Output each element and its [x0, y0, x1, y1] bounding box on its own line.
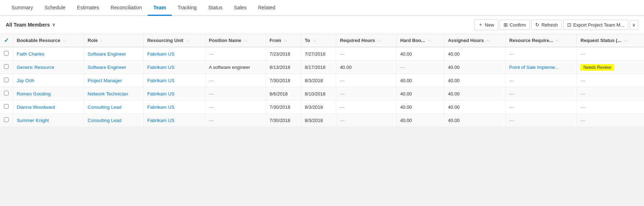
table-row: Romeo GoodingNetwork TechnicianFabrikam …	[0, 87, 644, 100]
row-resourcing-unit[interactable]: Fabrikam US	[143, 61, 205, 74]
tab-related[interactable]: Related	[252, 0, 281, 16]
row-role[interactable]: Network Technician	[84, 87, 144, 100]
row-request-status: ---	[577, 74, 644, 87]
col-from[interactable]: From ↑↓	[266, 34, 301, 47]
sort-icon-request-status: ↑↓	[624, 39, 627, 42]
row-resource-name[interactable]: Generic Resource	[13, 61, 84, 74]
row-to: 8/17/2018	[301, 61, 336, 74]
row-role[interactable]: Consulting Lead	[84, 114, 144, 127]
col-hard-boo[interactable]: Hard Boo... ↑↓	[397, 34, 444, 47]
export-icon: ⊡	[567, 22, 571, 28]
row-required-hours: ---	[336, 100, 397, 114]
tab-summary[interactable]: Summary	[6, 0, 39, 16]
row-role[interactable]: Software Engineer	[84, 47, 144, 61]
col-resource-require[interactable]: Resource Require... ↑↓	[505, 34, 577, 47]
row-resource-name[interactable]: Dianna Woodward	[13, 100, 84, 114]
row-required-hours: ---	[336, 114, 397, 127]
refresh-icon: ↻	[535, 22, 539, 28]
row-resource-require: ---	[505, 100, 577, 114]
row-hard-boo: 40.00	[397, 47, 444, 61]
tab-tracking[interactable]: Tracking	[172, 0, 202, 16]
tab-status[interactable]: Status	[203, 0, 228, 16]
row-resourcing-unit[interactable]: Fabrikam US	[143, 87, 205, 100]
row-to: 8/10/2018	[301, 87, 336, 100]
confirm-icon: ⊞	[504, 22, 508, 28]
row-role[interactable]: Project Manager	[84, 74, 144, 87]
sort-icon-bookable-resource: ↑↓	[63, 39, 66, 42]
col-request-status[interactable]: Request Status (... ↑↓	[577, 34, 644, 47]
row-required-hours: ---	[336, 87, 397, 100]
row-position-name: ---	[205, 47, 266, 61]
tab-estimates[interactable]: Estimates	[71, 0, 105, 16]
row-position-name: ---	[205, 100, 266, 114]
sort-icon-position-name: ↑↓	[244, 39, 247, 42]
confirm-button-label: Confirm	[510, 22, 526, 28]
col-resourcing-unit[interactable]: Resourcing Unit ↑↓	[143, 34, 205, 47]
row-hard-boo: 40.00	[397, 100, 444, 114]
row-checkbox[interactable]	[0, 114, 13, 127]
row-resource-name[interactable]: Romeo Gooding	[13, 87, 84, 100]
row-to: 8/3/2018	[301, 100, 336, 114]
sort-icon-hard-boo: ↑↓	[428, 39, 431, 42]
sort-icon-from: ↑↓	[284, 39, 287, 42]
filter-label[interactable]: All Team Members ∨	[6, 22, 55, 28]
col-to[interactable]: To ↑↓	[301, 34, 336, 47]
row-checkbox[interactable]	[0, 100, 13, 114]
row-position-name: A software engineer	[205, 61, 266, 74]
tab-sales[interactable]: Sales	[228, 0, 252, 16]
status-badge: Needs Review	[580, 64, 614, 71]
sort-icon-to: ↑↓	[313, 39, 316, 42]
sort-icon-resourcing-unit: ↑↓	[186, 39, 189, 42]
row-checkbox[interactable]	[0, 87, 13, 100]
row-request-status: ---	[577, 100, 644, 114]
row-resourcing-unit[interactable]: Fabrikam US	[143, 114, 205, 127]
refresh-button[interactable]: ↻ Refresh	[531, 20, 562, 30]
row-assigned-hours: 40.00	[444, 61, 506, 74]
team-table-wrapper: ✓ Bookable Resource ↑↓ Role ↓ Resourcing…	[0, 34, 644, 127]
row-role[interactable]: Software Engineer	[84, 61, 144, 74]
col-role[interactable]: Role ↓	[84, 34, 144, 47]
filter-chevron-icon: ∨	[52, 22, 55, 27]
row-role[interactable]: Consulting Lead	[84, 100, 144, 114]
select-all-checkbox[interactable]: ✓	[0, 34, 13, 47]
toolbar: All Team Members ∨ ＋ New ⊞ Confirm ↻ Ref…	[0, 16, 644, 34]
row-resource-name[interactable]: Summer Knight	[13, 114, 84, 127]
confirm-button[interactable]: ⊞ Confirm	[500, 20, 530, 30]
row-resource-require[interactable]: Point of Sale Impleme...	[505, 61, 577, 74]
col-position-name[interactable]: Position Name ↑↓	[205, 34, 266, 47]
row-checkbox[interactable]	[0, 74, 13, 87]
tab-schedule[interactable]: Schedule	[39, 0, 71, 16]
nav-tabs: SummaryScheduleEstimatesReconciliationTe…	[0, 0, 644, 16]
team-table: ✓ Bookable Resource ↑↓ Role ↓ Resourcing…	[0, 34, 644, 127]
tab-reconciliation[interactable]: Reconciliation	[105, 0, 148, 16]
row-from: 7/30/2018	[266, 100, 301, 114]
sort-icon-role: ↓	[101, 39, 102, 42]
row-resource-name[interactable]: Jay Orth	[13, 74, 84, 87]
row-hard-boo: 40.00	[397, 87, 444, 100]
tab-team[interactable]: Team	[148, 0, 172, 16]
row-resource-require: ---	[505, 47, 577, 61]
row-assigned-hours: 40.00	[444, 87, 506, 100]
table-row: Generic ResourceSoftware EngineerFabrika…	[0, 61, 644, 74]
col-assigned-hours[interactable]: Assigned Hours ↑↓	[444, 34, 506, 47]
new-button[interactable]: ＋ New	[474, 19, 498, 30]
row-resourcing-unit[interactable]: Fabrikam US	[143, 47, 205, 61]
sort-icon-resource-require: ↑↓	[556, 39, 559, 42]
table-row: Faith CharlesSoftware EngineerFabrikam U…	[0, 47, 644, 61]
row-assigned-hours: 40.00	[444, 114, 506, 127]
row-from: 7/30/2018	[266, 114, 301, 127]
row-position-name: ---	[205, 87, 266, 100]
row-resource-name[interactable]: Faith Charles	[13, 47, 84, 61]
row-resourcing-unit[interactable]: Fabrikam US	[143, 100, 205, 114]
row-checkbox[interactable]	[0, 61, 13, 74]
row-position-name: ---	[205, 74, 266, 87]
col-bookable-resource[interactable]: Bookable Resource ↑↓	[13, 34, 84, 47]
col-required-hours[interactable]: Required Hours ↑↓	[336, 34, 397, 47]
plus-icon: ＋	[478, 22, 483, 28]
row-resourcing-unit[interactable]: Fabrikam US	[143, 74, 205, 87]
row-resource-require: ---	[505, 87, 577, 100]
more-options-button[interactable]: ∨	[630, 20, 638, 30]
row-request-status: ---	[577, 87, 644, 100]
row-checkbox[interactable]	[0, 47, 13, 61]
export-button[interactable]: ⊡ Export Project Team M...	[563, 20, 628, 30]
